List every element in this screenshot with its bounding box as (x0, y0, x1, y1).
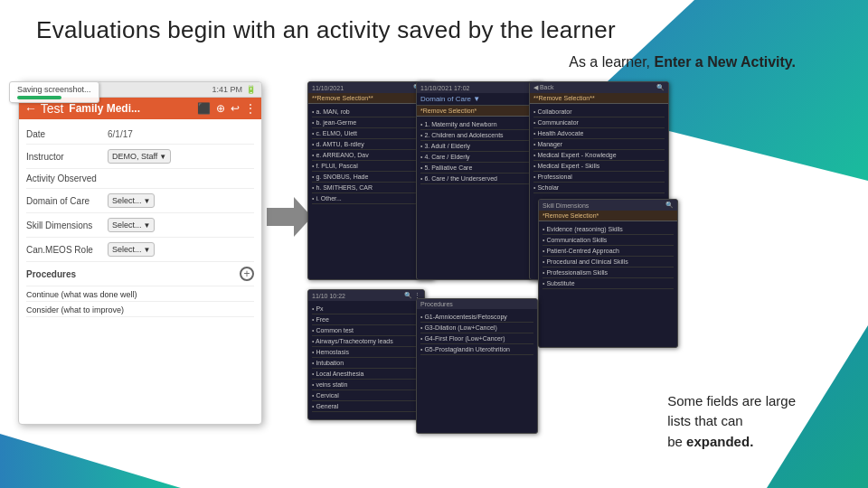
screenshots-cluster: 11/10/2021 🔍 ⋮ **Remove Selection** a. M… (298, 81, 687, 425)
panel4-header: Skill Dimensions 🔍 (539, 200, 677, 211)
save-icon[interactable]: ⬛ (197, 102, 211, 115)
consider-section: Consider (what to improve) (26, 302, 254, 317)
skill-row: Skill Dimensions Select... ▼ (26, 213, 254, 238)
list-item[interactable]: Patient-Centred Approach (542, 246, 674, 257)
list-item[interactable]: Communication Skills (542, 235, 674, 246)
procedures-expanded-panel: Procedures G1-Amniocentesis/Fetoscopy G3… (416, 298, 538, 434)
list-item[interactable]: f. PLUI, Pascal (312, 161, 429, 172)
domain-dropdown-header: Domain of Care ▼ (417, 93, 542, 106)
domain-arrow: ▼ (144, 197, 151, 205)
instructors-panel: 11/10/2021 🔍 ⋮ **Remove Selection** a. M… (307, 81, 434, 280)
list-item[interactable]: G4-First Floor (Low+Cancer) (420, 333, 533, 344)
list-item[interactable]: a. MAN, rob (312, 107, 429, 117)
list-item[interactable]: G1-Amniocentesis/Fetoscopy (420, 312, 533, 323)
form-body: Date 6/1/17 Instructor DEMO, Staff ▼ Act… (19, 119, 261, 323)
list-item[interactable]: Local Anesthesia (312, 369, 420, 380)
continue-label: Continue (what was done well) (26, 290, 137, 299)
panel4-icons: 🔍 (665, 202, 674, 209)
list-item[interactable]: Communicator (533, 117, 665, 128)
page-container: Evaluations begin with an activity saved… (0, 0, 868, 488)
panel1-list: a. MAN, rob b. jean-Germe c. ELMO, Ulett… (308, 104, 433, 207)
procedures-add-button[interactable]: + (240, 267, 254, 281)
list-item[interactable]: b. jean-Germe (312, 117, 429, 128)
panel3-remove[interactable]: **Remove Selection** (530, 93, 668, 104)
date-label: Date (26, 129, 108, 139)
list-item[interactable]: 1. Maternity and Newborn (420, 119, 538, 130)
bottom-text-line2: lists that can (667, 413, 742, 428)
list-item[interactable]: veins statin (312, 380, 420, 390)
list-item[interactable]: G3-Dilation (Low+Cancel) (420, 323, 533, 333)
list-item[interactable]: Scholar (533, 183, 665, 193)
panel6-header: Procedures (417, 299, 537, 309)
domain-select[interactable]: Select... ▼ (108, 193, 155, 208)
saving-notification: Saving screenshot... (18, 81, 99, 103)
panel5-header: 11/10 10:22 🔍 ⋮ (308, 290, 424, 301)
list-item[interactable]: Evidence (reasoning) Skills (542, 224, 674, 235)
list-item[interactable]: Professionalism Skills (542, 267, 674, 278)
list-item[interactable]: Medical Expert - Skills (533, 161, 665, 172)
procedures-label: Procedures (26, 269, 240, 279)
list-item[interactable]: i. Other... (312, 193, 429, 204)
panel3-header: ◀ Back 🔍 (530, 82, 668, 93)
more-icon[interactable]: ⋮ (245, 102, 256, 115)
list-item[interactable]: Px (312, 304, 420, 314)
panel5-date: 11/10 10:22 (312, 293, 345, 299)
domain-dropdown-label: Domain of Care (420, 95, 471, 103)
list-item[interactable]: Health Advocate (533, 128, 665, 139)
list-item[interactable]: Procedural and Clinical Skills (542, 257, 674, 267)
domain-value: Select... (112, 196, 142, 205)
list-item[interactable]: 5. Palliative Care (420, 163, 538, 174)
domain-row: Domain of Care Select... ▼ (26, 189, 254, 213)
top-bar-icons: ⬛ ⊕ ↩ ⋮ (197, 102, 256, 115)
continue-section: Continue (what was done well) (26, 286, 254, 302)
list-item[interactable]: h. SMITHERS, CAR (312, 183, 429, 193)
procedures-row: Procedures + (26, 262, 254, 286)
instructor-select[interactable]: DEMO, Staff ▼ (108, 149, 171, 164)
skill-dimensions-panel: Skill Dimensions 🔍 *Remove Selection* Ev… (538, 199, 678, 348)
list-item[interactable]: Collaborator (533, 107, 665, 117)
bottom-text-line3-prefix: be (667, 434, 686, 449)
list-item[interactable]: e. ARREANO, Dav (312, 150, 429, 161)
list-item[interactable]: d. AMTU, B-rdley (312, 139, 429, 150)
list-item[interactable]: Professional (533, 172, 665, 183)
top-instruction-text: As a learner, (569, 54, 654, 70)
list-item[interactable]: Manager (533, 139, 665, 150)
progress-bar (18, 96, 61, 99)
main-content: Saving screenshot... iPad ✦ 1:41 PM 🔋 ← … (9, 81, 859, 479)
list-item[interactable]: 2. Children and Adolescents (420, 130, 538, 141)
list-item[interactable]: Intubation (312, 358, 420, 369)
skill-value: Select... (112, 221, 142, 230)
undo-icon[interactable]: ↩ (231, 102, 240, 115)
panel1-date: 11/10/2021 (312, 85, 344, 91)
panel2-list: 1. Maternity and Newborn 2. Children and… (417, 117, 542, 187)
list-item[interactable]: Cervical (312, 390, 420, 401)
panel2-date: 11/10/2021 17:02 (420, 85, 470, 91)
panel6-title: Procedures (420, 301, 453, 307)
list-item[interactable]: Common test (312, 325, 420, 336)
back-button[interactable]: ← Test (24, 101, 63, 116)
skill-select[interactable]: Select... ▼ (108, 218, 155, 232)
list-item[interactable]: Free (312, 314, 420, 325)
list-item[interactable]: General (312, 401, 420, 412)
list-item[interactable]: Hemostasis (312, 347, 420, 358)
list-item[interactable]: 3. Adult / Elderly (420, 141, 538, 152)
list-item[interactable]: c. ELMO, Ulett (312, 128, 429, 139)
list-item[interactable]: g. SNOBUS, Hade (312, 172, 429, 183)
panel1-remove[interactable]: **Remove Selection** (308, 93, 433, 104)
list-item[interactable]: Airways/Tracheotomy leads (312, 336, 420, 347)
list-item[interactable]: 4. Care / Elderly (420, 152, 538, 163)
battery-icon: 🔋 (246, 85, 256, 94)
list-item[interactable]: Substitute (542, 278, 674, 289)
canmeos-select[interactable]: Select... ▼ (108, 242, 155, 257)
skill-arrow: ▼ (144, 221, 151, 230)
panel4-remove[interactable]: *Remove Selection* (539, 211, 677, 221)
panel2-remove[interactable]: *Remove Selection* (417, 106, 542, 117)
instructor-label: Instructor (26, 152, 108, 162)
list-item[interactable]: G5-Prostaglandin Uterothrition (420, 344, 533, 355)
panel6-list: G1-Amniocentesis/Fetoscopy G3-Dilation (… (417, 309, 537, 358)
list-item[interactable]: Medical Expert - Knowledge (533, 150, 665, 161)
add-icon[interactable]: ⊕ (216, 102, 225, 115)
list-item[interactable]: 6. Care / the Underserved (420, 174, 538, 184)
procedures-categories-panel: 11/10 10:22 🔍 ⋮ Px Free Common test Airw… (307, 289, 425, 420)
bottom-text-expanded: expanded. (686, 434, 753, 449)
